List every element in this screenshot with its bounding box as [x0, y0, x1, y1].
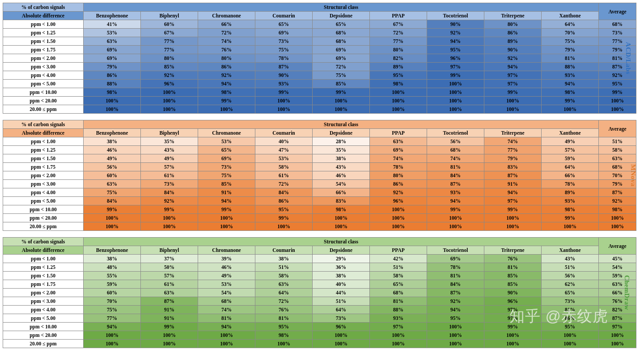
cell: 100%	[370, 331, 427, 340]
cell: 93%	[542, 71, 599, 80]
cell: 50%	[141, 263, 198, 272]
cell: 69%	[313, 54, 370, 63]
cell: 97%	[427, 63, 484, 71]
row-label: ppm < 3.00	[3, 63, 84, 71]
cell: 99%	[84, 205, 141, 214]
cell: 64%	[542, 20, 599, 29]
cell: 75%	[542, 37, 599, 46]
cell: 73%	[542, 297, 599, 306]
cell: 54%	[313, 180, 370, 188]
cell: 84%	[255, 188, 313, 197]
cell: 53%	[198, 280, 255, 289]
cell-average: 87%	[599, 188, 636, 197]
hdr-col: Chromanone	[198, 129, 255, 137]
cell: 68%	[370, 289, 427, 297]
cell: 62%	[542, 280, 599, 289]
cell: 75%	[84, 188, 141, 197]
cell: 100%	[141, 331, 198, 340]
row-label: ppm < 1.50	[3, 37, 84, 46]
cell: 65%	[542, 289, 599, 297]
cell: 59%	[542, 154, 599, 163]
cell: 100%	[484, 222, 542, 231]
cell: 100%	[427, 97, 484, 105]
cell: 100%	[141, 340, 198, 348]
cell: 100%	[84, 331, 141, 340]
cell-average: 63%	[599, 154, 636, 163]
hdr-structural-class: Structural class	[84, 238, 599, 246]
cell-average: 100%	[599, 222, 636, 231]
cell: 97%	[484, 306, 542, 314]
cell: 44%	[313, 289, 370, 297]
cell: 81%	[427, 272, 484, 280]
cell-average: 99%	[599, 88, 636, 97]
row-label: ppm < 2.00	[3, 289, 84, 297]
cell: 100%	[141, 97, 198, 105]
cell: 35%	[313, 146, 370, 154]
heatmap-block: % of carbon signalsStructural classAvera…	[3, 237, 641, 348]
cell: 85%	[313, 80, 370, 88]
cell: 57%	[141, 163, 198, 171]
hdr-structural-class: Structural class	[84, 120, 599, 129]
cell: 49%	[198, 272, 255, 280]
cell: 75%	[84, 306, 141, 314]
cell: 100%	[198, 331, 255, 340]
cell: 100%	[141, 88, 198, 97]
cell: 85%	[484, 272, 542, 280]
cell: 28%	[313, 137, 370, 146]
cell: 38%	[313, 154, 370, 163]
row-label: ppm < 1.75	[3, 280, 84, 289]
hdr-col: Depsidone	[313, 129, 370, 137]
cell: 100%	[484, 340, 542, 348]
row-label: ppm < 5.00	[3, 197, 84, 205]
cell: 94%	[198, 197, 255, 205]
cell: 86%	[542, 314, 599, 323]
cell: 87%	[427, 180, 484, 188]
cell: 73%	[313, 314, 370, 323]
cell: 64%	[255, 289, 313, 297]
cell-average: 51%	[599, 137, 636, 146]
cell: 75%	[198, 171, 255, 180]
cell: 88%	[542, 63, 599, 71]
cell: 43%	[313, 163, 370, 171]
cell: 100%	[198, 214, 255, 222]
hdr-col: Biphenyl	[141, 129, 198, 137]
cell: 92%	[427, 29, 484, 37]
cell: 76%	[198, 46, 255, 54]
row-label: ppm < 3.00	[3, 297, 84, 306]
cell: 72%	[313, 63, 370, 71]
cell: 42%	[370, 255, 427, 263]
cell: 87%	[141, 297, 198, 306]
cell: 99%	[542, 214, 599, 222]
cell: 76%	[484, 255, 542, 263]
cell: 78%	[255, 54, 313, 63]
cell: 60%	[84, 289, 141, 297]
cell-average: 66%	[599, 289, 636, 297]
cell: 100%	[313, 222, 370, 231]
cell: 100%	[141, 222, 198, 231]
cell: 99%	[484, 323, 542, 331]
cell: 82%	[370, 54, 427, 63]
cell: 96%	[427, 54, 484, 63]
row-label: ppm < 10.00	[3, 88, 84, 97]
cell: 89%	[542, 188, 599, 197]
cell: 69%	[370, 146, 427, 154]
cell: 97%	[484, 314, 542, 323]
cell: 93%	[370, 314, 427, 323]
cell: 65%	[198, 146, 255, 154]
cell: 55%	[84, 272, 141, 280]
cell-average: 95%	[599, 80, 636, 88]
cell-average: 58%	[599, 146, 636, 154]
cell: 94%	[484, 63, 542, 71]
cell: 100%	[84, 105, 141, 114]
row-label: 20.00 ≤ ppm	[3, 340, 84, 348]
side-label: ACD/Labs	[624, 42, 631, 74]
cell: 47%	[255, 146, 313, 154]
cell: 100%	[484, 105, 542, 114]
cell: 99%	[484, 205, 542, 214]
cell: 56%	[542, 272, 599, 280]
cell: 94%	[542, 80, 599, 88]
cell: 100%	[255, 222, 313, 231]
cell: 100%	[370, 88, 427, 97]
cell: 94%	[427, 37, 484, 46]
cell: 97%	[484, 80, 542, 88]
